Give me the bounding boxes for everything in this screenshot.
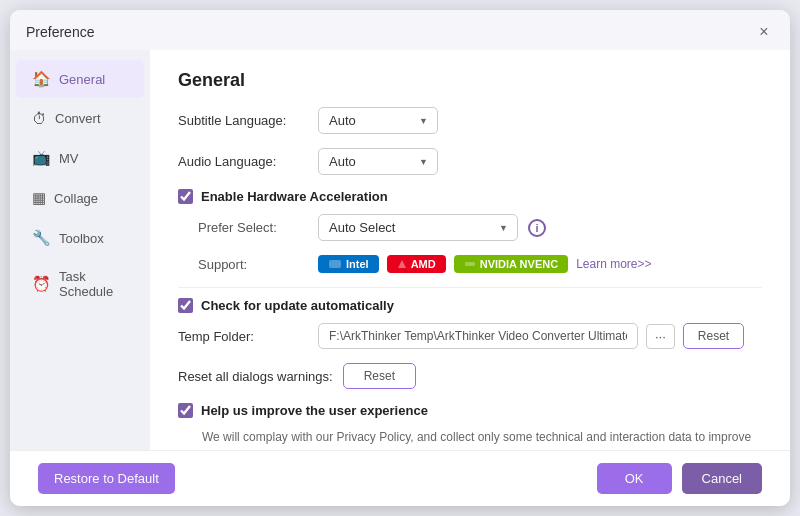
prefer-select-dropdown[interactable]: Auto Select Intel AMD NVIDIA NVENC xyxy=(318,214,518,241)
audio-language-select[interactable]: Auto English Chinese xyxy=(318,148,438,175)
subtitle-language-select[interactable]: Auto English Chinese xyxy=(318,107,438,134)
sidebar-item-convert[interactable]: ⏱ Convert xyxy=(16,100,144,137)
intel-icon xyxy=(328,259,342,269)
sidebar-item-general[interactable]: 🏠 General xyxy=(16,60,144,98)
amd-icon xyxy=(397,259,407,269)
audio-language-select-wrapper: Auto English Chinese xyxy=(318,148,438,175)
audio-language-label: Audio Language: xyxy=(178,154,308,169)
support-label: Support: xyxy=(178,257,308,272)
section-title: General xyxy=(178,70,762,91)
subtitle-language-row: Subtitle Language: Auto English Chinese xyxy=(178,107,762,134)
support-row: Support: Intel AMD NVIDIA NVENC Learn mo xyxy=(178,255,762,273)
check-update-checkbox[interactable] xyxy=(178,298,193,313)
temp-folder-input[interactable] xyxy=(318,323,638,349)
sidebar-label-general: General xyxy=(59,72,105,87)
temp-folder-row: Temp Folder: ··· Reset xyxy=(178,323,762,349)
help-improve-checkbox[interactable] xyxy=(178,403,193,418)
title-bar: Preference × xyxy=(10,10,790,50)
prefer-select-label: Prefer Select: xyxy=(178,220,308,235)
hardware-accel-label: Enable Hardware Acceleration xyxy=(201,189,388,204)
sidebar-label-task-schedule: Task Schedule xyxy=(59,269,128,299)
prefer-select-row: Prefer Select: Auto Select Intel AMD NVI… xyxy=(178,214,762,241)
info-icon[interactable]: i xyxy=(528,219,546,237)
temp-folder-ellipsis-button[interactable]: ··· xyxy=(646,324,675,349)
footer: Restore to Default OK Cancel xyxy=(10,450,790,506)
audio-language-row: Audio Language: Auto English Chinese xyxy=(178,148,762,175)
sidebar-label-mv: MV xyxy=(59,151,79,166)
prefer-select-wrapper: Auto Select Intel AMD NVIDIA NVENC xyxy=(318,214,518,241)
check-update-label: Check for update automatically xyxy=(201,298,394,313)
support-chips-container: Intel AMD NVIDIA NVENC Learn more>> xyxy=(318,255,652,273)
sidebar-label-convert: Convert xyxy=(55,111,101,126)
collage-icon: ▦ xyxy=(32,189,46,207)
cancel-button[interactable]: Cancel xyxy=(682,463,762,494)
temp-folder-label: Temp Folder: xyxy=(178,329,308,344)
reset-dialogs-button[interactable]: Reset xyxy=(343,363,416,389)
sidebar-item-mv[interactable]: 📺 MV xyxy=(16,139,144,177)
divider-1 xyxy=(178,287,762,288)
amd-chip: AMD xyxy=(387,255,446,273)
mv-icon: 📺 xyxy=(32,149,51,167)
temp-folder-reset-button[interactable]: Reset xyxy=(683,323,744,349)
schedule-icon: ⏰ xyxy=(32,275,51,293)
reset-dialogs-row: Reset all dialogs warnings: Reset xyxy=(178,363,762,389)
window-title: Preference xyxy=(26,24,94,40)
svg-rect-0 xyxy=(329,260,341,268)
svg-marker-1 xyxy=(398,260,406,268)
check-update-row: Check for update automatically xyxy=(178,298,762,313)
main-content: 🏠 General ⏱ Convert 📺 MV ▦ Collage 🔧 Too… xyxy=(10,50,790,450)
clock-icon: ⏱ xyxy=(32,110,47,127)
sidebar-item-collage[interactable]: ▦ Collage xyxy=(16,179,144,217)
temp-folder-controls: ··· Reset xyxy=(318,323,744,349)
nvidia-chip: NVIDIA NVENC xyxy=(454,255,568,273)
restore-default-button[interactable]: Restore to Default xyxy=(38,463,175,494)
privacy-policy-link[interactable]: Privacy Policy>> xyxy=(409,448,498,450)
sidebar-item-task-schedule[interactable]: ⏰ Task Schedule xyxy=(16,259,144,309)
close-button[interactable]: × xyxy=(754,22,774,42)
hardware-accel-row: Enable Hardware Acceleration xyxy=(178,189,762,204)
footer-right-buttons: OK Cancel xyxy=(597,463,762,494)
help-improve-row: Help us improve the user experience xyxy=(178,403,762,418)
privacy-body-text: We will complay with our Privacy Policy,… xyxy=(202,430,751,450)
subtitle-language-label: Subtitle Language: xyxy=(178,113,308,128)
nvidia-icon xyxy=(464,259,476,269)
intel-chip: Intel xyxy=(318,255,379,273)
sidebar-item-toolbox[interactable]: 🔧 Toolbox xyxy=(16,219,144,257)
sidebar-label-toolbox: Toolbox xyxy=(59,231,104,246)
privacy-text-block: We will complay with our Privacy Policy,… xyxy=(178,428,762,450)
ok-button[interactable]: OK xyxy=(597,463,672,494)
help-improve-label: Help us improve the user experience xyxy=(201,403,428,418)
content-area: General Subtitle Language: Auto English … xyxy=(150,50,790,450)
preference-window: Preference × 🏠 General ⏱ Convert 📺 MV ▦ … xyxy=(10,10,790,506)
learn-more-link[interactable]: Learn more>> xyxy=(576,257,651,271)
svg-rect-2 xyxy=(465,262,475,266)
home-icon: 🏠 xyxy=(32,70,51,88)
sidebar: 🏠 General ⏱ Convert 📺 MV ▦ Collage 🔧 Too… xyxy=(10,50,150,450)
toolbox-icon: 🔧 xyxy=(32,229,51,247)
sidebar-label-collage: Collage xyxy=(54,191,98,206)
subtitle-language-select-wrapper: Auto English Chinese xyxy=(318,107,438,134)
reset-dialogs-label: Reset all dialogs warnings: xyxy=(178,369,333,384)
hardware-accel-checkbox[interactable] xyxy=(178,189,193,204)
